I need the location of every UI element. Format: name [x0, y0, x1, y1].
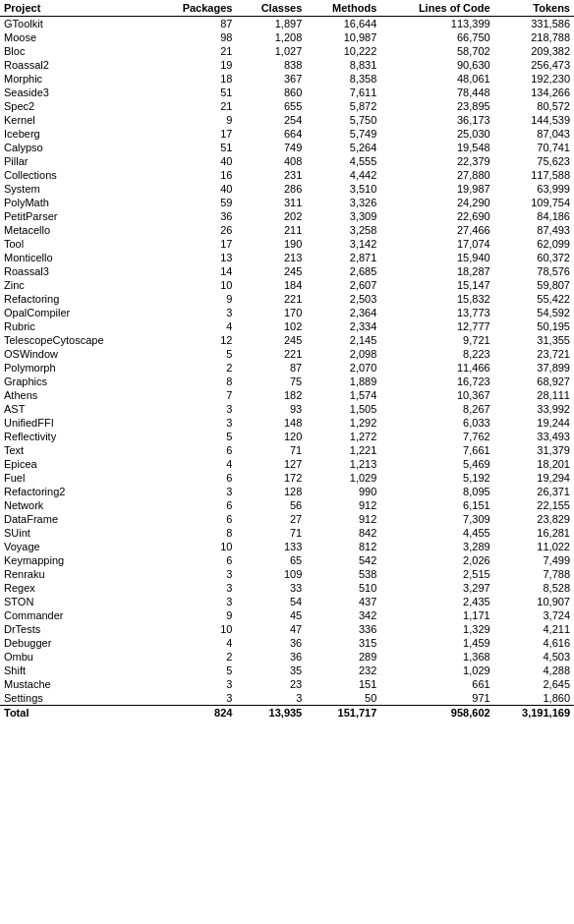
table-cell: Regex	[0, 581, 153, 595]
table-cell: 109,754	[494, 196, 574, 209]
table-cell: 2,070	[306, 361, 380, 375]
table-cell: Graphics	[0, 375, 153, 388]
table-cell: 3	[153, 691, 236, 706]
table-cell: 4,555	[306, 154, 380, 168]
table-cell: 7,309	[380, 512, 493, 526]
table-cell: Reflectivity	[0, 430, 153, 443]
table-cell: 23,895	[380, 99, 493, 113]
table-cell: Refactoring2	[0, 485, 153, 498]
table-cell: 192,230	[494, 72, 574, 86]
table-cell: 2,645	[494, 677, 574, 691]
table-cell: Fuel	[0, 471, 153, 485]
table-cell: 11,022	[494, 540, 574, 553]
table-cell: 3,510	[306, 182, 380, 196]
table-cell: Ombu	[0, 650, 153, 664]
table-cell: AST	[0, 402, 153, 416]
table-cell: 21	[153, 99, 236, 113]
table-row: Athens71821,57410,36728,111	[0, 388, 574, 402]
table-cell: 36	[236, 636, 306, 650]
table-cell: 31,379	[494, 443, 574, 457]
table-cell: 59	[153, 196, 236, 209]
table-cell: 232	[306, 664, 380, 677]
table-cell: 109	[236, 567, 306, 581]
table-cell: Commander	[0, 608, 153, 622]
table-cell: 8	[153, 526, 236, 540]
table-total-cell: Total	[0, 706, 153, 721]
table-cell: OSWindow	[0, 347, 153, 361]
col-header-methods: Methods	[306, 0, 380, 17]
table-cell: Rubric	[0, 319, 153, 333]
table-cell: Athens	[0, 388, 153, 402]
table-cell: 25,030	[380, 127, 493, 141]
table-cell: 6	[153, 512, 236, 526]
table-cell: 10	[153, 278, 236, 292]
table-cell: 33,992	[494, 402, 574, 416]
table-cell: 11,466	[380, 361, 493, 375]
table-cell: 838	[236, 58, 306, 72]
table-cell: 37,899	[494, 361, 574, 375]
table-cell: 2,503	[306, 292, 380, 306]
table-cell: 19,548	[380, 141, 493, 154]
table-row: Rubric41022,33412,77750,195	[0, 319, 574, 333]
table-cell: 184	[236, 278, 306, 292]
table-cell: 749	[236, 141, 306, 154]
table-cell: 87	[153, 17, 236, 31]
table-cell: 2,098	[306, 347, 380, 361]
table-cell: 4	[153, 636, 236, 650]
table-cell: 336	[306, 622, 380, 636]
table-cell: 15,147	[380, 278, 493, 292]
table-cell: 8	[153, 375, 236, 388]
table-cell: 127	[236, 457, 306, 471]
table-row: Mustache3231516612,645	[0, 677, 574, 691]
table-cell: 1,897	[236, 17, 306, 31]
table-cell: 5,749	[306, 127, 380, 141]
table-cell: 209,382	[494, 44, 574, 58]
col-header-loc: Lines of Code	[380, 0, 493, 17]
table-row: Epicea41271,2135,46918,201	[0, 457, 574, 471]
table-row: Graphics8751,88916,72368,927	[0, 375, 574, 388]
table-cell: 9,721	[380, 333, 493, 347]
table-cell: 93	[236, 402, 306, 416]
table-cell: 16,723	[380, 375, 493, 388]
table-cell: 90,630	[380, 58, 493, 72]
table-cell: 33	[236, 581, 306, 595]
table-row: Zinc101842,60715,14759,807	[0, 278, 574, 292]
table-row: Renraku31095382,5157,788	[0, 567, 574, 581]
table-cell: 256,473	[494, 58, 574, 72]
table-cell: 5	[153, 664, 236, 677]
table-cell: 7,788	[494, 567, 574, 581]
data-table: Project Packages Classes Methods Lines o…	[0, 0, 574, 720]
table-cell: Morphic	[0, 72, 153, 86]
table-cell: 36,173	[380, 113, 493, 127]
col-header-classes: Classes	[236, 0, 306, 17]
col-header-tokens: Tokens	[494, 0, 574, 17]
table-cell: 860	[236, 86, 306, 99]
table-cell: 117,588	[494, 168, 574, 182]
table-cell: 17	[153, 237, 236, 251]
table-cell: 133	[236, 540, 306, 553]
table-cell: 8,095	[380, 485, 493, 498]
table-cell: Shift	[0, 664, 153, 677]
table-row: Tool171903,14217,07462,099	[0, 237, 574, 251]
table-cell: 170	[236, 306, 306, 319]
table-cell: 221	[236, 292, 306, 306]
table-total-cell: 151,717	[306, 706, 380, 721]
table-row: Settings33509711,860	[0, 691, 574, 706]
table-cell: 342	[306, 608, 380, 622]
table-cell: Settings	[0, 691, 153, 706]
table-row: STON3544372,43510,907	[0, 595, 574, 608]
table-cell: 3,326	[306, 196, 380, 209]
table-cell: 19,294	[494, 471, 574, 485]
table-cell: 80,572	[494, 99, 574, 113]
table-row: UnifiedFFI31481,2926,03319,244	[0, 416, 574, 430]
table-row: Reflectivity51201,2727,76233,493	[0, 430, 574, 443]
table-cell: 5,872	[306, 99, 380, 113]
table-cell: 24,290	[380, 196, 493, 209]
table-cell: 331,586	[494, 17, 574, 31]
table-cell: 21	[153, 44, 236, 58]
table-cell: 842	[306, 526, 380, 540]
table-row: DataFrame6279127,30923,829	[0, 512, 574, 526]
table-cell: 18,201	[494, 457, 574, 471]
table-cell: 31,355	[494, 333, 574, 347]
table-cell: 47	[236, 622, 306, 636]
